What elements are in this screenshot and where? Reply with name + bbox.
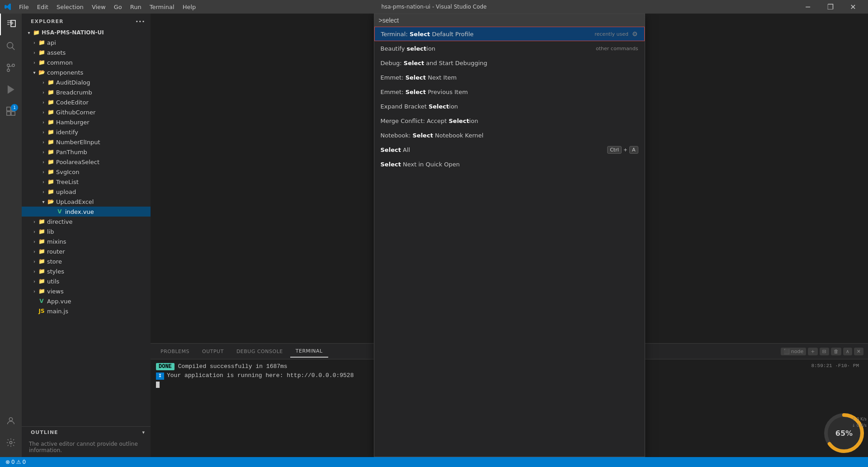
folder-icon: 📁	[47, 118, 54, 126]
svg-rect-9	[7, 112, 10, 115]
minimize-button[interactable]: ─	[797, 0, 818, 14]
tree-item-panthumb[interactable]: › 📁 PanThumb	[22, 147, 151, 157]
run-debug-icon[interactable]	[0, 79, 22, 100]
source-control-icon[interactable]	[0, 57, 22, 79]
outline-arrow: ▾	[142, 429, 145, 435]
statusbar-errors[interactable]: ⊗ 0 ⚠ 0	[4, 459, 28, 465]
tree-item-svgicon[interactable]: › 📁 SvgIcon	[22, 167, 151, 177]
tree-item-hamburger[interactable]: › 📁 Hamburger	[22, 117, 151, 127]
titlebar: File Edit Selection View Go Run Terminal…	[0, 0, 868, 14]
tree-item-poolareaselect[interactable]: › 📁 PoolareaSelect	[22, 157, 151, 167]
tree-item-components[interactable]: ▾ 📂 components	[22, 67, 151, 77]
tree-item-auditdialog[interactable]: › 📁 AuditDialog	[22, 77, 151, 87]
svg-point-1	[7, 42, 13, 48]
command-palette[interactable]: Terminal: Select Default Profile recentl…	[374, 14, 645, 457]
folder-icon: 📁	[38, 39, 45, 46]
accounts-icon[interactable]	[0, 410, 22, 432]
tree-item-assets[interactable]: › 📁 assets	[22, 47, 151, 57]
tree-item-store[interactable]: › 📁 store	[22, 256, 151, 266]
tree-item-api[interactable]: › 📁 api	[22, 38, 151, 47]
extensions-icon[interactable]: 1	[0, 100, 22, 122]
cmd-item-select-all[interactable]: Select All Ctrl + A	[374, 142, 645, 157]
window-controls: ─ ❐ ✕	[797, 0, 863, 14]
menu-go[interactable]: Go	[110, 3, 126, 11]
tree-item-index-vue[interactable]: V index.vue	[22, 207, 151, 217]
tree-item-mixins[interactable]: › 📁 mixins	[22, 236, 151, 246]
folder-icon: 📁	[38, 218, 45, 225]
folder-icon: 📁	[38, 278, 45, 285]
cmd-item-terminal-select-default[interactable]: Terminal: Select Default Profile recentl…	[374, 27, 645, 41]
tree-item-uploadexcel[interactable]: ▾ 📂 UpLoadExcel	[22, 197, 151, 207]
folder-open-icon: 📂	[38, 69, 45, 76]
close-button[interactable]: ✕	[843, 0, 863, 14]
tab-terminal[interactable]: TERMINAL	[290, 345, 328, 358]
menu-run[interactable]: Run	[127, 3, 145, 11]
tree-item-main-js[interactable]: JS main.js	[22, 306, 151, 316]
menu-file[interactable]: File	[15, 3, 33, 11]
cmd-item-emmet-select-next[interactable]: Emmet: Select Next Item	[374, 70, 645, 85]
search-activity-icon[interactable]	[0, 35, 22, 57]
outline-content: The active editor cannot provide outline…	[22, 437, 151, 457]
folder-label-router: router	[47, 248, 65, 255]
svg-rect-7	[7, 107, 10, 111]
settings-icon[interactable]	[0, 432, 22, 453]
tree-item-treelist[interactable]: › 📁 TreeList	[22, 177, 151, 187]
tree-item-styles[interactable]: › 📁 styles	[22, 266, 151, 276]
maximize-button[interactable]: ❐	[820, 0, 841, 14]
tab-debug-console[interactable]: DEBUG CONSOLE	[231, 346, 288, 357]
cmd-item-emmet-select-prev[interactable]: Emmet: Select Previous Item	[374, 85, 645, 99]
folder-icon: 📁	[38, 228, 45, 235]
more-options-icon[interactable]: ···	[136, 17, 145, 26]
compile-message: Compiled successfully in 1687ms	[178, 363, 288, 370]
command-palette-input[interactable]	[379, 17, 640, 24]
cmd-item-select-next-quickopen[interactable]: Select Next in Quick Open	[374, 157, 645, 171]
tree-item-lib[interactable]: › 📁 lib	[22, 226, 151, 236]
folder-label-assets: assets	[47, 49, 66, 56]
menu-view[interactable]: View	[88, 3, 109, 11]
cmd-item-expand-bracket[interactable]: Expand Bracket Selection	[374, 99, 645, 113]
folder-open-icon: 📂	[47, 198, 54, 205]
svg-point-5	[12, 64, 15, 67]
menu-terminal[interactable]: Terminal	[146, 3, 178, 11]
maximize-terminal-button[interactable]: ∧	[843, 348, 852, 355]
folder-icon: 📁	[38, 268, 45, 275]
menu-help[interactable]: Help	[179, 3, 200, 11]
svg-line-2	[12, 47, 15, 50]
activity-bottom	[0, 410, 22, 457]
tree-item-upload[interactable]: › 📁 upload	[22, 187, 151, 197]
tree-item-directive[interactable]: › 📁 directive	[22, 217, 151, 226]
node-label: ⬛ node	[781, 348, 806, 355]
explorer-header: EXPLORER ···	[22, 14, 151, 28]
tree-item-githubcorner[interactable]: › 📁 GithubCorner	[22, 107, 151, 117]
cmd-item-merge-conflict[interactable]: Merge Conflict: Accept Selection	[374, 113, 645, 128]
folder-icon: 📁	[38, 258, 45, 265]
tree-item-breadcrumb[interactable]: › 📁 Breadcrumb	[22, 87, 151, 97]
tree-item-router[interactable]: › 📁 router	[22, 246, 151, 256]
tab-output[interactable]: OUTPUT	[197, 346, 229, 357]
cmd-item-beautify[interactable]: Beautify selection other commands	[374, 41, 645, 56]
tree-item-numberelinput[interactable]: › 📁 NumberElInput	[22, 137, 151, 147]
trash-terminal-button[interactable]: 🗑	[831, 348, 841, 355]
tree-item-codeeditor[interactable]: › 📁 CodeEditor	[22, 97, 151, 107]
network-stats: ↑ 0 K/s ↓ 0 K/s	[852, 416, 867, 429]
menu-selection[interactable]: Selection	[53, 3, 87, 11]
tree-item-common[interactable]: › 📁 common	[22, 57, 151, 67]
project-root[interactable]: ▾ 📁 HSA-PMS-NATION-UI	[22, 28, 151, 38]
folder-icon: 📁	[38, 49, 45, 56]
tab-problems[interactable]: PROBLEMS	[155, 346, 195, 357]
tree-item-identify[interactable]: › 📁 identify	[22, 127, 151, 137]
add-terminal-button[interactable]: +	[808, 348, 817, 355]
cmd-item-notebook-select[interactable]: Notebook: Select Notebook Kernel	[374, 128, 645, 142]
folder-label-components: components	[47, 69, 83, 76]
close-terminal-button[interactable]: ✕	[854, 348, 863, 355]
gear-icon[interactable]: ⚙	[632, 30, 638, 38]
tree-item-utils[interactable]: › 📁 utils	[22, 276, 151, 286]
collapse-arrow: ›	[31, 39, 38, 46]
explorer-icon[interactable]	[0, 14, 22, 35]
split-terminal-button[interactable]: ⊟	[820, 348, 829, 355]
cmd-item-debug-select[interactable]: Debug: Select and Start Debugging	[374, 56, 645, 70]
tree-item-views[interactable]: › 📁 views	[22, 286, 151, 296]
menu-edit[interactable]: Edit	[33, 3, 52, 11]
outline-header[interactable]: OUTLINE ▾	[22, 426, 151, 437]
tree-item-app-vue[interactable]: V App.vue	[22, 296, 151, 306]
